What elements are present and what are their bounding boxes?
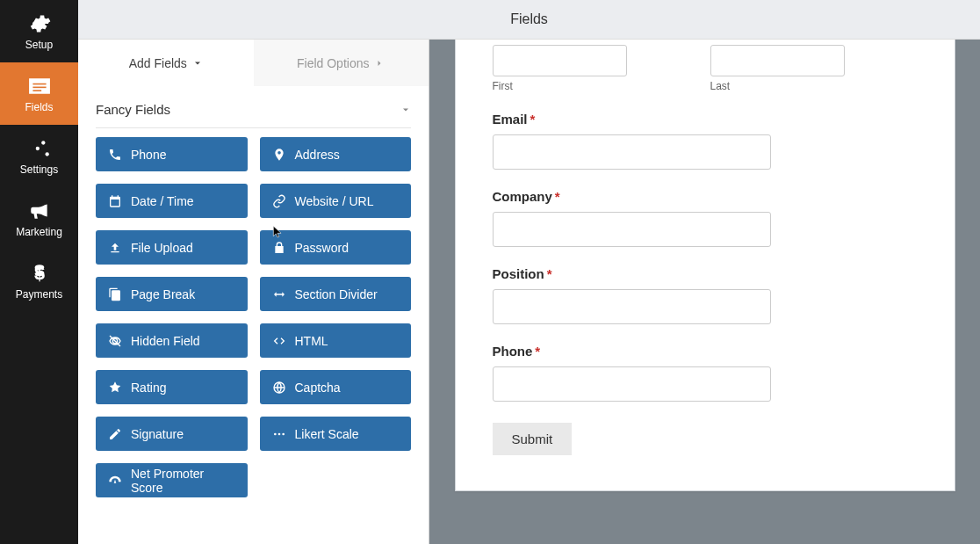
tab-field-options[interactable]: Field Options: [254, 40, 429, 86]
eye-off-icon: [108, 334, 122, 348]
field-captcha[interactable]: Captcha: [260, 370, 412, 404]
position-input[interactable]: [493, 289, 771, 324]
nav-label: Fields: [25, 101, 53, 113]
form-field-company[interactable]: Company*: [493, 189, 918, 247]
fields-icon: [28, 75, 51, 98]
form-preview[interactable]: First Last Email* Company*: [455, 40, 955, 491]
svg-rect-2: [32, 86, 46, 88]
section-title: Fancy Fields: [96, 102, 170, 117]
form-field-position[interactable]: Position*: [493, 266, 918, 324]
svg-rect-3: [32, 90, 41, 91]
nav-item-fields[interactable]: Fields: [0, 62, 78, 125]
field-label: Phone*: [493, 344, 541, 359]
nav-label: Settings: [20, 163, 58, 176]
nav-item-setup[interactable]: Setup: [0, 0, 78, 62]
preview-canvas: First Last Email* Company*: [429, 40, 980, 544]
svg-rect-1: [32, 83, 46, 84]
nav-label: Marketing: [16, 226, 62, 238]
svg-point-6: [45, 152, 48, 156]
nav-label: Setup: [25, 39, 53, 51]
svg-point-11: [282, 432, 285, 435]
first-sublabel: First: [493, 80, 700, 92]
first-name-input[interactable]: [493, 45, 627, 76]
sliders-icon: [28, 137, 51, 160]
field-label: Position*: [493, 266, 552, 281]
name-row: First Last: [493, 45, 918, 92]
dollar-icon: $: [28, 262, 51, 285]
bullhorn-icon: [28, 199, 51, 222]
field-grid: Phone Address Date / Time Website /: [96, 137, 411, 497]
field-section-divider[interactable]: Section Divider: [260, 277, 412, 311]
svg-point-4: [41, 141, 45, 144]
nav-item-settings[interactable]: Settings: [0, 125, 78, 187]
nav-item-payments[interactable]: $ Payments: [0, 250, 78, 312]
gear-icon: [28, 12, 51, 35]
tab-add-fields[interactable]: Add Fields: [78, 40, 254, 86]
field-label: Company*: [493, 189, 560, 204]
upload-icon: [108, 241, 122, 255]
sidebar-nav: Setup Fields Settings Marketing $ Paymen…: [0, 0, 78, 544]
field-hidden-field[interactable]: Hidden Field: [96, 323, 248, 358]
arrows-h-icon: [272, 287, 286, 301]
form-field-phone[interactable]: Phone*: [493, 344, 918, 402]
svg-point-9: [274, 432, 277, 435]
last-name-input[interactable]: [710, 45, 845, 76]
form-field-email[interactable]: Email*: [493, 112, 918, 170]
field-date-time[interactable]: Date / Time: [96, 184, 248, 218]
svg-point-10: [277, 432, 280, 435]
field-file-upload[interactable]: File Upload: [96, 230, 248, 265]
gauge-icon: [108, 474, 122, 488]
field-label: HTML: [295, 334, 328, 348]
field-likert-scale[interactable]: Likert Scale: [260, 417, 412, 451]
map-pin-icon: [272, 148, 286, 162]
calendar-icon: [108, 194, 122, 208]
field-address[interactable]: Address: [260, 137, 412, 171]
pencil-icon: [108, 427, 122, 441]
email-input[interactable]: [493, 134, 771, 170]
copy-icon: [108, 287, 122, 301]
field-label: Hidden Field: [131, 334, 200, 348]
field-label: Net Promoter Score: [131, 467, 235, 495]
phone-icon: [108, 148, 122, 162]
chevron-right-icon: [374, 58, 385, 69]
globe-icon: [272, 381, 286, 395]
link-icon: [272, 194, 286, 208]
field-password[interactable]: Password: [260, 230, 412, 265]
dots-icon: [272, 427, 286, 441]
fields-panel: Add Fields Field Options Fancy Fields: [78, 40, 429, 544]
tab-label: Field Options: [297, 56, 369, 70]
field-html[interactable]: HTML: [260, 323, 412, 358]
svg-text:$: $: [33, 262, 44, 284]
section-fancy-fields[interactable]: Fancy Fields: [96, 86, 411, 128]
field-label: Likert Scale: [295, 427, 359, 441]
page-title-bar: Fields: [78, 0, 980, 40]
last-sublabel: Last: [710, 80, 918, 92]
code-icon: [272, 334, 286, 348]
field-label: Rating: [131, 381, 166, 395]
chevron-down-icon: [192, 58, 203, 69]
nav-label: Payments: [16, 288, 62, 301]
field-label: Captcha: [295, 381, 341, 395]
field-label: Email*: [493, 112, 536, 127]
field-label: File Upload: [131, 241, 193, 255]
field-rating[interactable]: Rating: [96, 370, 248, 404]
nav-item-marketing[interactable]: Marketing: [0, 187, 78, 250]
field-net-promoter-score[interactable]: Net Promoter Score: [96, 463, 248, 497]
field-label: Website / URL: [295, 194, 374, 208]
phone-input[interactable]: [493, 366, 771, 402]
field-phone[interactable]: Phone: [96, 137, 248, 171]
field-label: Page Break: [131, 287, 195, 301]
field-website-url[interactable]: Website / URL: [260, 184, 412, 218]
lock-icon: [272, 241, 286, 255]
field-label: Password: [295, 241, 349, 255]
chevron-down-icon: [400, 105, 411, 115]
company-input[interactable]: [493, 212, 771, 247]
page-title: Fields: [510, 11, 548, 27]
field-page-break[interactable]: Page Break: [96, 277, 248, 311]
field-label: Signature: [131, 427, 184, 441]
star-icon: [108, 381, 122, 395]
field-label: Phone: [131, 148, 166, 162]
tab-label: Add Fields: [129, 56, 187, 70]
submit-button[interactable]: Submit: [493, 423, 573, 455]
field-signature[interactable]: Signature: [96, 417, 248, 451]
